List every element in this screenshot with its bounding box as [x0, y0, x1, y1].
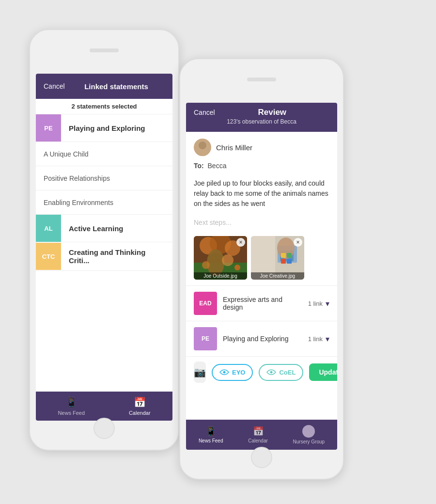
svg-point-0	[199, 142, 206, 149]
p1-calendar-label: Calendar	[129, 410, 151, 416]
coel-label: CoEL	[279, 369, 296, 376]
p2-ead-count: 1 link	[308, 300, 323, 307]
nursery-group-avatar	[302, 425, 315, 438]
p2-image1-close[interactable]: ×	[236, 238, 245, 247]
p2-bottom-bar: 📱 News Feed 📅 Calendar Nursery Group	[186, 420, 337, 450]
p2-header: Cancel Review 123's observation of Becca	[186, 103, 337, 132]
p1-tab-newsfeed[interactable]: 📱 News Feed	[58, 396, 85, 416]
svg-point-20	[223, 371, 226, 374]
badge-ctc: CTC	[36, 243, 61, 270]
eyo-label: EYO	[232, 369, 245, 376]
badge-ead: EAD	[194, 292, 217, 315]
avatar	[194, 139, 211, 156]
badge-pe: PE	[36, 114, 61, 142]
phone2-screen: Cancel Review 123's observation of Becca…	[186, 103, 337, 450]
p2-image-1: × Joe Outside.jpg	[194, 236, 247, 280]
phone1-home-button[interactable]	[93, 418, 115, 439]
coel-button[interactable]: CoEL	[259, 364, 303, 381]
p2-tab-calendar[interactable]: 📅 Calendar	[248, 426, 268, 443]
p1-section-positive-relationships[interactable]: Positive Relationships	[36, 166, 172, 190]
p1-unique-child-label: A Unique Child	[44, 150, 89, 158]
p1-cancel-button[interactable]: Cancel	[44, 82, 68, 90]
p2-tab-nursery-group[interactable]: Nursery Group	[293, 425, 325, 444]
p1-al-label: Active Learning	[61, 219, 131, 238]
p2-actions-row: 📷 EYO CoEL Update	[186, 356, 337, 388]
p1-enabling-label: Enabling Environments	[44, 199, 113, 206]
p1-count: 2	[71, 103, 75, 110]
p2-pe-label: Playing and Exploring	[217, 335, 308, 343]
chevron-down-icon: ▾	[326, 299, 329, 308]
eyo-button[interactable]: EYO	[212, 364, 253, 381]
coel-eye-icon	[266, 369, 276, 376]
p2-image2-close[interactable]: ×	[294, 238, 302, 247]
svg-point-8	[202, 261, 210, 269]
calendar-icon: 📅	[134, 396, 146, 408]
p2-nursery-label: Nursery Group	[293, 439, 325, 444]
phone-1: Cancel Linked statements 2 statements se…	[29, 29, 179, 451]
camera-icon: 📷	[194, 366, 206, 378]
phone-2: Cancel Review 123's observation of Becca…	[179, 58, 344, 480]
p1-header: Cancel Linked statements	[36, 74, 172, 99]
svg-point-21	[270, 371, 273, 374]
p2-calendar-icon: 📅	[253, 426, 264, 437]
update-button[interactable]: Update	[309, 363, 337, 381]
svg-rect-17	[287, 253, 292, 258]
p1-subtitle: 2 statements selected	[36, 99, 172, 114]
phone-speaker-2	[247, 78, 276, 81]
p2-link-pe[interactable]: PE Playing and Exploring 1 link ▾	[186, 321, 337, 356]
phone2-home-button[interactable]	[251, 447, 272, 468]
p1-positive-label: Positive Relationships	[44, 174, 110, 182]
p2-pe-count: 1 link	[308, 335, 323, 343]
svg-rect-19	[287, 259, 292, 264]
p2-to-row: To: Becca	[186, 160, 337, 174]
svg-point-1	[197, 150, 208, 156]
p2-image2-label: Joe Creative.jpg	[251, 272, 304, 280]
newsfeed-icon: 📱	[65, 396, 78, 408]
p2-images: × Joe Outside.jpg × Joe Creative.jpg	[186, 232, 337, 285]
phone1-screen: Cancel Linked statements 2 statements se…	[36, 74, 172, 421]
badge-al: AL	[36, 215, 61, 242]
p1-tab-calendar[interactable]: 📅 Calendar	[129, 396, 151, 416]
p2-title: Review	[215, 108, 329, 117]
p2-image1-label: Joe Outside.jpg	[194, 272, 247, 280]
p1-subtitle-text: statements selected	[77, 103, 137, 110]
phone-speaker-1	[90, 48, 119, 52]
p1-title: Linked statements	[68, 82, 165, 91]
p1-section-unique-child[interactable]: A Unique Child	[36, 142, 172, 166]
eye-icon	[219, 369, 229, 376]
p2-ead-label: Expressive arts and design	[217, 296, 308, 311]
p2-subtitle: 123's observation of Becca	[194, 118, 329, 125]
p2-header-row: Cancel Review	[194, 108, 329, 117]
svg-point-10	[234, 265, 240, 270]
svg-point-9	[222, 254, 234, 266]
svg-rect-16	[281, 253, 286, 258]
svg-rect-18	[281, 259, 286, 264]
p2-author-row: Chris Miller	[186, 132, 337, 160]
p1-bottom-bar: 📱 News Feed 📅 Calendar	[36, 392, 172, 421]
badge-pe2: PE	[194, 327, 217, 350]
p2-newsfeed-label: News Feed	[199, 438, 223, 443]
p2-tab-newsfeed[interactable]: 📱 News Feed	[199, 426, 223, 443]
p2-image-2: × Joe Creative.jpg	[251, 236, 304, 280]
p1-section-pe[interactable]: PE Playing and Exploring	[36, 114, 172, 142]
p1-pe-label: Playing and Exploring	[61, 118, 153, 138]
p1-newsfeed-label: News Feed	[58, 410, 85, 416]
p2-calendar-label: Calendar	[248, 438, 268, 443]
p2-cancel-button[interactable]: Cancel	[194, 109, 215, 116]
p1-section-ctc[interactable]: CTC Creating and Thinking Criti...	[36, 242, 172, 271]
p1-section-al[interactable]: AL Active Learning	[36, 215, 172, 242]
author-name: Chris Miller	[216, 143, 252, 152]
p2-link-ead[interactable]: EAD Expressive arts and design 1 link ▾	[186, 285, 337, 321]
p1-section-enabling-environments[interactable]: Enabling Environments	[36, 190, 172, 215]
p2-next-steps[interactable]: Next steps...	[186, 213, 337, 232]
camera-button[interactable]: 📷	[194, 362, 206, 383]
p2-newsfeed-icon: 📱	[205, 426, 216, 437]
p1-ctc-label: Creating and Thinking Criti...	[61, 242, 172, 270]
p2-body-text: Joe piled up to four blocks easily, and …	[186, 174, 337, 213]
chevron-down-icon-2: ▾	[326, 334, 329, 344]
p2-to-value: Becca	[208, 162, 227, 170]
